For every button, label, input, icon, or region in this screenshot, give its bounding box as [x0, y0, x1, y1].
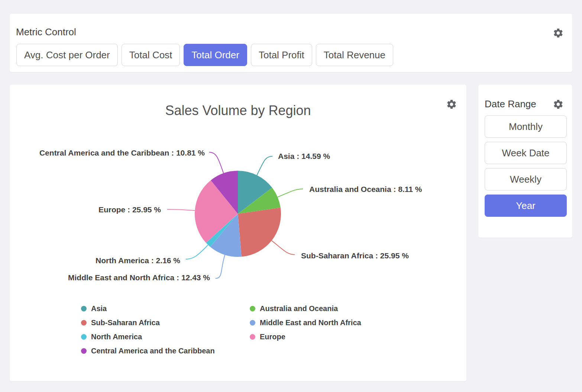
metric-button-avg-cost-per-order[interactable]: Avg. Cost per Order — [16, 44, 118, 66]
pie-slice-sub-saharan-africa[interactable] — [238, 208, 281, 257]
date-button-monthly[interactable]: Monthly — [485, 115, 567, 138]
chart-panel: Sales Volume by Region Asia : 14.59 %Aus… — [10, 85, 466, 381]
date-button-year[interactable]: Year — [485, 195, 567, 217]
pie-label-sub-saharan-africa: Sub-Saharan Africa : 25.95 % — [301, 251, 409, 260]
pie-label-north-america: North America : 2.16 % — [96, 256, 180, 265]
metric-control-panel: Metric Control Avg. Cost per OrderTotal … — [10, 14, 572, 72]
label-line-asia — [257, 156, 272, 175]
metric-button-total-order[interactable]: Total Order — [184, 44, 247, 66]
date-button-week-date[interactable]: Week Date — [485, 142, 567, 164]
pie-label-central-america-and-the-caribbean: Central America and the Caribbean : 10.8… — [39, 148, 205, 157]
gear-icon — [446, 99, 457, 110]
chart-title: Sales Volume by Region — [10, 103, 466, 118]
pie-label-asia: Asia : 14.59 % — [278, 152, 330, 160]
gear-icon — [553, 27, 564, 39]
date-settings-gear-icon[interactable] — [553, 99, 564, 110]
label-line-sub-saharan-africa — [272, 241, 295, 255]
metric-button-total-cost[interactable]: Total Cost — [122, 44, 180, 66]
date-range-buttons: MonthlyWeek DateWeeklyYear — [485, 115, 567, 217]
label-line-australia-and-oceania — [278, 189, 303, 197]
pie-label-europe: Europe : 25.95 % — [98, 205, 161, 214]
metric-settings-gear-icon[interactable] — [553, 27, 564, 39]
label-line-middle-east-and-north-africa — [216, 255, 225, 278]
pie-chart: Asia : 14.59 %Australia and Oceania : 8.… — [10, 85, 466, 381]
label-line-central-america-and-the-caribbean — [209, 152, 223, 173]
label-line-north-america — [186, 245, 208, 259]
metric-buttons: Avg. Cost per OrderTotal CostTotal Order… — [16, 44, 393, 66]
metric-button-total-revenue[interactable]: Total Revenue — [316, 44, 393, 66]
label-line-europe — [167, 209, 195, 210]
pie-label-australia-and-oceania: Australia and Oceania : 8.11 % — [309, 185, 422, 193]
chart-settings-gear-icon[interactable] — [446, 99, 457, 110]
date-range-panel: Date Range MonthlyWeek DateWeeklyYear — [478, 85, 572, 238]
gear-icon — [553, 99, 564, 110]
date-button-weekly[interactable]: Weekly — [485, 168, 567, 190]
pie-label-middle-east-and-north-africa: Middle East and North Africa : 12.43 % — [68, 273, 210, 282]
metric-control-title: Metric Control — [16, 26, 76, 38]
date-range-title: Date Range — [485, 98, 536, 110]
metric-button-total-profit[interactable]: Total Profit — [251, 44, 312, 66]
